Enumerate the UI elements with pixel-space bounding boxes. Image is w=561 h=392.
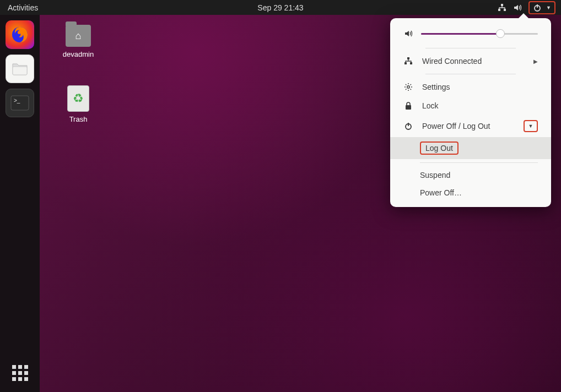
submenu-label: Suspend xyxy=(420,171,450,179)
desktop-icon-label: Trash xyxy=(56,115,100,123)
home-folder-icon: ⌂ xyxy=(66,25,91,47)
svg-text:>_: >_ xyxy=(14,97,20,104)
system-menu: Wired Connected ▶ Settings Lock Power Of… xyxy=(390,18,551,207)
power-icon xyxy=(403,122,413,130)
svg-rect-10 xyxy=(404,62,407,64)
apps-grid-icon xyxy=(12,365,28,381)
svg-rect-9 xyxy=(407,57,409,59)
volume-icon xyxy=(403,29,413,38)
clock[interactable]: Sep 29 21:43 xyxy=(257,3,303,12)
dock: >_ xyxy=(0,15,40,392)
submenu-label: Power Off… xyxy=(420,188,462,197)
trash-icon: ♻ xyxy=(67,85,89,112)
svg-rect-0 xyxy=(501,4,503,6)
volume-row xyxy=(390,26,551,45)
logout-label-highlighted: Log Out xyxy=(420,141,458,155)
dock-app-files[interactable] xyxy=(6,55,34,83)
system-tray: ▼ xyxy=(498,1,561,14)
svg-rect-11 xyxy=(410,62,412,64)
volume-slider-fill xyxy=(421,33,500,35)
submenu-item-poweroff[interactable]: Power Off… xyxy=(390,184,551,202)
lock-icon xyxy=(403,101,413,110)
activities-button[interactable]: Activities xyxy=(0,3,46,12)
menu-item-label: Wired Connected xyxy=(422,57,482,66)
power-icon xyxy=(533,3,542,12)
top-panel: Activities Sep 29 21:43 ▼ xyxy=(0,0,561,15)
menu-item-label: Lock xyxy=(422,101,439,110)
desktop-icon-label: devadmin xyxy=(56,50,100,58)
submenu-item-suspend[interactable]: Suspend xyxy=(390,166,551,184)
network-icon[interactable] xyxy=(498,3,506,12)
network-icon xyxy=(403,57,413,66)
menu-item-power-section[interactable]: Power Off / Log Out ▼ xyxy=(390,115,551,137)
volume-icon[interactable] xyxy=(513,3,522,12)
menu-item-settings[interactable]: Settings xyxy=(390,78,551,96)
svg-rect-6 xyxy=(13,67,27,75)
expand-toggle-highlighted[interactable]: ▼ xyxy=(524,120,538,132)
chevron-right-icon: ▶ xyxy=(533,58,538,64)
submenu-item-logout[interactable]: Log Out xyxy=(390,137,551,159)
chevron-down-icon: ▼ xyxy=(546,5,551,10)
gear-icon xyxy=(403,83,413,91)
svg-rect-1 xyxy=(498,9,500,11)
desktop-icon-trash[interactable]: ♻ Trash xyxy=(56,85,100,123)
menu-item-label: Settings xyxy=(422,83,450,91)
svg-point-12 xyxy=(407,86,409,88)
menu-item-lock[interactable]: Lock xyxy=(390,96,551,115)
show-applications-button[interactable] xyxy=(0,365,40,381)
dock-app-terminal[interactable]: >_ xyxy=(6,89,34,117)
menu-item-network[interactable]: Wired Connected ▶ xyxy=(390,52,551,70)
volume-slider[interactable] xyxy=(421,33,538,35)
menu-item-label: Power Off / Log Out xyxy=(422,122,490,130)
svg-rect-2 xyxy=(504,9,506,11)
power-menu-button-highlighted[interactable]: ▼ xyxy=(528,1,555,14)
desktop-icon-home[interactable]: ⌂ devadmin xyxy=(56,25,100,58)
dock-app-firefox[interactable] xyxy=(6,20,34,49)
volume-slider-thumb[interactable] xyxy=(496,29,505,38)
svg-rect-13 xyxy=(406,105,411,110)
